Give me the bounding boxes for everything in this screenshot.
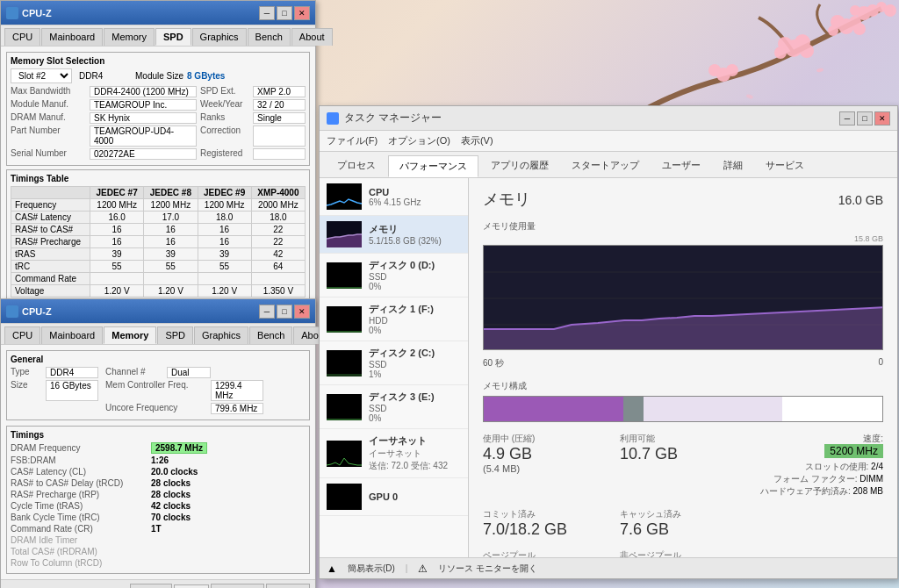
tm-body: CPU 6% 4.15 GHz メモリ 5.1/15.8 GB (32% bbox=[320, 178, 897, 563]
tab-cpu-2[interactable]: CPU bbox=[4, 326, 40, 344]
ras-pre-row: RAS# Precharge (tRP) 28 clocks bbox=[11, 490, 306, 499]
tm-menu-view[interactable]: 表示(V) bbox=[461, 133, 493, 149]
maximize-button-2[interactable]: □ bbox=[277, 305, 292, 319]
tools-select-2[interactable]: ▼ bbox=[174, 584, 209, 589]
tab-memory-2[interactable]: Memory bbox=[104, 326, 156, 344]
correction-label: Correction bbox=[200, 125, 253, 147]
voltage-label: Voltage bbox=[11, 285, 90, 298]
tm-tab-details[interactable]: 詳細 bbox=[713, 155, 753, 177]
tab-graphics-2[interactable]: Graphics bbox=[194, 326, 248, 344]
timings-section: Timings Table JEDEC #7 JEDEC #8 JEDEC #9… bbox=[6, 169, 310, 302]
cpuz-tabs-2: CPU Mainboard Memory SPD Graphics Bench … bbox=[1, 324, 315, 345]
simple-view-link[interactable]: 簡易表示(D) bbox=[348, 561, 395, 577]
type-label: Type bbox=[11, 367, 46, 378]
in-use-value: 4.9 GB bbox=[483, 445, 609, 463]
ras-pre-xmp: 22 bbox=[251, 236, 305, 248]
disk2-name: ディスク 2 (C:) bbox=[369, 347, 461, 360]
tm-tab-services[interactable]: サービス bbox=[755, 155, 815, 177]
disk1-name: ディスク 1 (F:) bbox=[369, 303, 461, 316]
sidebar-item-disk0[interactable]: ディスク 0 (D:) SSD 0% bbox=[320, 254, 468, 298]
tab-mainboard-2[interactable]: Mainboard bbox=[41, 326, 103, 344]
registered-value bbox=[253, 148, 306, 160]
tm-menu-options[interactable]: オプション(O) bbox=[388, 133, 450, 149]
cas-latency-label: CAS# Latency (CL) bbox=[11, 467, 151, 477]
minimize-button-1[interactable]: ─ bbox=[259, 6, 275, 20]
close-button-2[interactable]: ✕ bbox=[294, 305, 310, 319]
cas-j9: 18.0 bbox=[198, 212, 251, 224]
ras-cas-xmp: 22 bbox=[251, 224, 305, 236]
cycle-time-value: 42 clocks bbox=[151, 501, 191, 511]
tm-tab-process[interactable]: プロセス bbox=[327, 155, 386, 177]
memory-graph-max: 15.8 GB bbox=[483, 234, 883, 243]
slot-selector[interactable]: Slot #2 bbox=[11, 68, 72, 83]
close-button-1[interactable]: ✕ bbox=[294, 6, 310, 20]
tm-close[interactable]: ✕ bbox=[874, 111, 890, 125]
cr-j8 bbox=[144, 273, 198, 285]
cpuz-content-spd: Memory Slot Selection Slot #2 DDR4 Modul… bbox=[1, 47, 315, 307]
max-bw-row: Max Bandwidth DDR4-2400 (1200 MHz) SPD E… bbox=[11, 86, 306, 97]
dram-manuf-row: DRAM Manuf. SK Hynix Ranks Single bbox=[11, 112, 306, 124]
trc-j7: 55 bbox=[90, 261, 144, 273]
bank-cycle-value: 70 clocks bbox=[151, 513, 191, 522]
stat-in-use: 使用中 (圧縮) 4.9 GB (5.4 MB) bbox=[483, 433, 609, 498]
maximize-button-1[interactable]: □ bbox=[277, 6, 292, 20]
mem-ctrl-value: 1299.4 MHz bbox=[211, 380, 263, 401]
tab-graphics-1[interactable]: Graphics bbox=[192, 28, 247, 46]
volt-j9: 1.20 V bbox=[198, 285, 251, 298]
resource-monitor-link[interactable]: リソース モニターを開く bbox=[438, 561, 537, 577]
tab-spd-2[interactable]: SPD bbox=[157, 326, 193, 344]
sidebar-item-gpu[interactable]: GPU 0 bbox=[320, 478, 468, 516]
dram-freq-label: DRAM Frequency bbox=[11, 443, 151, 453]
tab-bench-1[interactable]: Bench bbox=[248, 28, 291, 46]
cpuz-icon-1 bbox=[6, 7, 18, 19]
close-window-btn-2[interactable]: Close bbox=[266, 584, 310, 588]
cmd-rate-value: 1T bbox=[151, 524, 162, 534]
sidebar-item-disk3[interactable]: ディスク 3 (E:) SSD 0% bbox=[320, 385, 468, 429]
svg-point-15 bbox=[726, 64, 738, 76]
tm-menu-file[interactable]: ファイル(F) bbox=[327, 133, 378, 149]
tab-spd-1[interactable]: SPD bbox=[155, 28, 191, 46]
cas-latency-row: CAS# Latency (CL) 20.0 clocks bbox=[11, 467, 306, 477]
type-row: Type DDR4 Channel # Dual bbox=[11, 367, 306, 378]
sidebar-item-disk1[interactable]: ディスク 1 (F:) HDD 0% bbox=[320, 298, 468, 341]
cycle-time-label: Cycle Time (tRAS) bbox=[11, 501, 151, 511]
tm-tab-users[interactable]: ユーザー bbox=[651, 155, 711, 177]
cpu-name: CPU bbox=[369, 187, 461, 197]
tools-button-2[interactable]: Tools bbox=[130, 584, 172, 588]
cas-j7: 16.0 bbox=[90, 212, 144, 224]
mod-manuf-row: Module Manuf. TEAMGROUP Inc. Week/Year 3… bbox=[11, 99, 306, 111]
sidebar-item-disk2[interactable]: ディスク 2 (C:) SSD 1% bbox=[320, 341, 468, 385]
memory-usage-label: メモリ使用量 bbox=[483, 220, 883, 233]
tab-about-1[interactable]: About bbox=[291, 28, 333, 46]
tab-mainboard-1[interactable]: Mainboard bbox=[41, 28, 103, 46]
validate-button-2[interactable]: Validate bbox=[211, 584, 264, 588]
minimize-button-2[interactable]: ─ bbox=[259, 305, 275, 319]
cpu-graph-svg bbox=[327, 183, 362, 210]
hw-reserved-label: ハードウェア予約済み: bbox=[760, 486, 851, 496]
tm-tab-performance[interactable]: パフォーマンス bbox=[388, 155, 478, 177]
ranks-value: Single bbox=[253, 112, 306, 124]
disk0-type: SSD bbox=[369, 272, 461, 282]
mem-ctrl-label: Mem Controller Freq. bbox=[105, 380, 211, 401]
tm-tab-startup[interactable]: スタートアップ bbox=[561, 155, 650, 177]
sidebar-item-cpu[interactable]: CPU 6% 4.15 GHz bbox=[320, 178, 468, 216]
hw-reserved-row: ハードウェア予約済み: 208 MB bbox=[757, 485, 883, 498]
tm-title-left: タスク マネージャー bbox=[327, 111, 442, 125]
mem-name: メモリ bbox=[369, 223, 461, 236]
cached-value: 7.6 GB bbox=[620, 520, 746, 539]
speed-value: 5200 MHz bbox=[824, 444, 883, 458]
sidebar-item-ethernet[interactable]: イーサネット イーサネット 送信: 72.0 受信: 432 bbox=[320, 429, 468, 478]
tab-cpu-1[interactable]: CPU bbox=[4, 28, 40, 46]
size-row: Size 16 GBytes Mem Controller Freq. 1299… bbox=[11, 380, 306, 401]
in-use-sub: (5.4 MB) bbox=[483, 463, 609, 474]
mem-info: メモリ 5.1/15.8 GB (32%) bbox=[369, 223, 461, 246]
tm-minimize[interactable]: ─ bbox=[839, 111, 855, 125]
tm-maximize[interactable]: □ bbox=[857, 111, 873, 125]
sidebar-item-memory[interactable]: メモリ 5.1/15.8 GB (32%) bbox=[320, 216, 468, 254]
general-section: General Type DDR4 Channel # Dual Size 16… bbox=[6, 350, 310, 420]
tm-tab-history[interactable]: アプリの履歴 bbox=[480, 155, 559, 177]
tab-bench-2[interactable]: Bench bbox=[249, 326, 292, 344]
tab-memory-1[interactable]: Memory bbox=[104, 28, 155, 46]
mod-manuf-label: Module Manuf. bbox=[11, 99, 90, 111]
th-jedec8: JEDEC #8 bbox=[144, 187, 198, 199]
